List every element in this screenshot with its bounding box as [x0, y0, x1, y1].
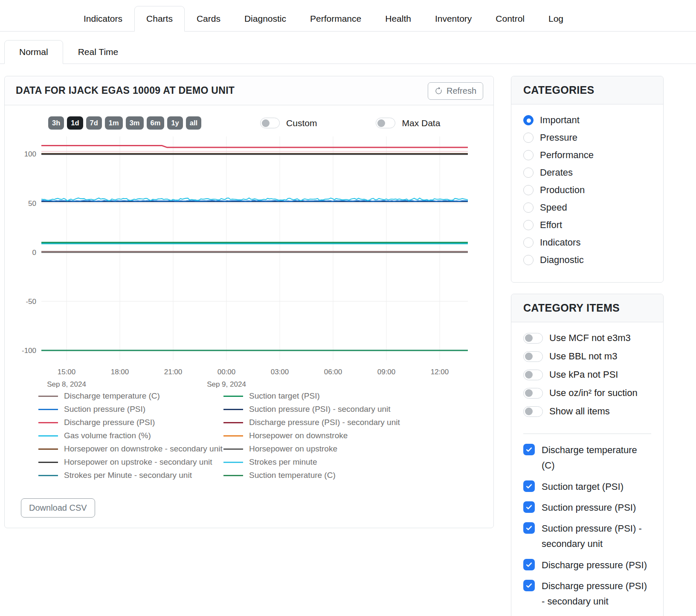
tab-indicators[interactable]: Indicators [72, 6, 134, 32]
toggle-label: Show all items [549, 406, 610, 417]
range-1d-button[interactable]: 1d [67, 116, 83, 130]
svg-text:06:00: 06:00 [324, 368, 342, 376]
toggle-track [523, 351, 543, 362]
legend-label: Strokes per Minute - secondary unit [64, 471, 192, 480]
category-radio-production[interactable]: Production [523, 185, 651, 196]
radio-selected-icon [523, 115, 534, 125]
refresh-button[interactable]: Refresh [428, 82, 483, 100]
svg-text:Sep 8, 2024: Sep 8, 2024 [47, 380, 86, 388]
legend-item-strokes-per-minute-secondary-unit[interactable]: Strokes per Minute - secondary unit [38, 471, 223, 480]
tab-performance[interactable]: Performance [298, 6, 373, 32]
legend-swatch [38, 409, 58, 410]
checkbox-suction-target-psi[interactable]: Suction target (PSI) [523, 479, 651, 495]
checkbox-discharge-pressure-psi-secondary-unit[interactable]: Discharge pressure (PSI) - secondary uni… [523, 578, 651, 610]
checkbox-checked-icon [523, 480, 535, 492]
legend-item-horsepower-on-upstroke-secondary-unit[interactable]: Horsepower on upstroke - secondary unit [38, 457, 223, 467]
toggle-label: Use MCF not e3m3 [549, 333, 631, 344]
category-radio-pressure[interactable]: Pressure [523, 132, 651, 143]
radio-label: Indicators [540, 237, 580, 248]
legend-item-suction-target-psi[interactable]: Suction target (PSI) [223, 391, 400, 401]
checkbox-checked-icon [523, 501, 535, 513]
legend-label: Suction pressure (PSI) [64, 405, 145, 414]
use-mcf-not-e3m3-toggle[interactable]: Use MCF not e3m3 [523, 333, 631, 344]
checkbox-discharge-temperature-c[interactable]: Discharge temperature (C) [523, 442, 651, 474]
checkbox-label: Discharge pressure (PSI) [542, 558, 649, 573]
toggle-label: Custom [286, 118, 317, 128]
legend-label: Discharge pressure (PSI) [64, 418, 155, 427]
checkbox-checked-icon [523, 522, 535, 534]
refresh-label: Refresh [447, 86, 476, 96]
show-all-items-toggle[interactable]: Show all items [523, 406, 610, 417]
category-radio-effort[interactable]: Effort [523, 220, 651, 231]
tab-inventory[interactable]: Inventory [423, 6, 484, 32]
legend-item-discharge-pressure-psi-secondary-unit[interactable]: Discharge pressure (PSI) - secondary uni… [223, 418, 400, 427]
max-data-toggle[interactable]: Max Data [376, 118, 440, 128]
custom-toggle[interactable]: Custom [260, 118, 317, 128]
legend-item-suction-temperature-c[interactable]: Suction temperature (C) [223, 471, 400, 480]
range-6m-button[interactable]: 6m [147, 116, 165, 130]
legend-item-suction-pressure-psi[interactable]: Suction pressure (PSI) [38, 405, 223, 414]
legend-swatch [223, 462, 243, 463]
tab-charts[interactable]: Charts [134, 6, 185, 32]
category-radio-indicators[interactable]: Indicators [523, 237, 651, 248]
radio-label: Important [540, 115, 580, 126]
svg-text:00:00: 00:00 [218, 368, 236, 376]
radio-icon [523, 237, 534, 248]
svg-text:0: 0 [32, 249, 36, 257]
use-oz-in-for-suction-toggle[interactable]: Use oz/in² for suction [523, 388, 638, 399]
range-1y-button[interactable]: 1y [167, 116, 183, 130]
svg-text:-100: -100 [22, 347, 36, 355]
sidebar: CATEGORIES ImportantPressurePerformanceD… [511, 76, 664, 616]
category-radio-important[interactable]: Important [523, 115, 651, 126]
subtab-normal[interactable]: Normal [4, 40, 63, 64]
range-3h-button[interactable]: 3h [48, 116, 64, 130]
tab-log[interactable]: Log [536, 6, 575, 32]
chart-toolbar: 3h1d7d1m3m6m1yall CustomMax Data [48, 116, 487, 130]
radio-label: Effort [540, 220, 562, 231]
legend-label: Horsepower on downstroke - secondary uni… [64, 444, 223, 454]
legend-item-horsepower-on-downstroke-secondary-unit[interactable]: Horsepower on downstroke - secondary uni… [38, 444, 223, 454]
tab-control[interactable]: Control [484, 6, 536, 32]
svg-text:03:00: 03:00 [271, 368, 289, 376]
subtab-real-time[interactable]: Real Time [63, 40, 133, 64]
series-discharge-pressure [41, 146, 468, 147]
checkbox-suction-pressure-psi[interactable]: Suction pressure (PSI) [523, 500, 651, 515]
legend-item-gas-volume-fraction[interactable]: Gas volume fraction (%) [38, 431, 223, 440]
category-radio-speed[interactable]: Speed [523, 202, 651, 213]
range-1m-button[interactable]: 1m [105, 116, 123, 130]
svg-text:50: 50 [28, 200, 36, 208]
legend-label: Suction temperature (C) [249, 471, 336, 480]
legend-swatch [223, 475, 243, 476]
main-content: DATA FOR IJACK EGAS 10009 AT DEMO UNIT R… [0, 64, 696, 616]
range-all-button[interactable]: all [186, 116, 201, 130]
legend-swatch [38, 448, 58, 450]
tab-cards[interactable]: Cards [185, 6, 232, 32]
category-radio-derates[interactable]: Derates [523, 167, 651, 178]
legend-item-suction-pressure-psi-secondary-unit[interactable]: Suction pressure (PSI) - secondary unit [223, 405, 400, 414]
checkbox-label: Suction pressure (PSI) [542, 500, 649, 515]
category-radio-diagnostic[interactable]: Diagnostic [523, 254, 651, 266]
tab-health[interactable]: Health [373, 6, 423, 32]
checkbox-label: Discharge temperature (C) [542, 442, 649, 474]
legend-label: Horsepower on upstroke [249, 444, 337, 454]
toggle-knob [525, 353, 533, 360]
item-checkboxes: Discharge temperature (C)Suction target … [523, 442, 651, 610]
legend-item-horsepower-on-downstroke[interactable]: Horsepower on downstroke [223, 431, 400, 440]
category-radio-performance[interactable]: Performance [523, 150, 651, 161]
download-csv-button[interactable]: Download CSV [21, 498, 95, 518]
checkbox-suction-pressure-psi-secondary-unit[interactable]: Suction pressure (PSI) - secondary unit [523, 521, 651, 552]
chart-canvas[interactable]: 100500-50-10015:0018:0021:0000:0003:0006… [12, 131, 485, 389]
checkbox-label: Discharge pressure (PSI) - secondary uni… [542, 578, 649, 610]
legend-item-discharge-temperature-c[interactable]: Discharge temperature (C) [38, 391, 223, 401]
use-kpa-not-psi-toggle[interactable]: Use kPa not PSI [523, 369, 618, 380]
chart-panel-header: DATA FOR IJACK EGAS 10009 AT DEMO UNIT R… [5, 76, 493, 105]
checkbox-discharge-pressure-psi[interactable]: Discharge pressure (PSI) [523, 558, 651, 573]
legend-item-horsepower-on-upstroke[interactable]: Horsepower on upstroke [223, 444, 400, 454]
legend-item-discharge-pressure-psi[interactable]: Discharge pressure (PSI) [38, 418, 223, 427]
radio-icon [523, 185, 534, 195]
tab-diagnostic[interactable]: Diagnostic [232, 6, 298, 32]
use-bbl-not-m3-toggle[interactable]: Use BBL not m3 [523, 351, 617, 362]
range-7d-button[interactable]: 7d [86, 116, 102, 130]
range-3m-button[interactable]: 3m [126, 116, 144, 130]
legend-item-strokes-per-minute[interactable]: Strokes per minute [223, 457, 400, 467]
